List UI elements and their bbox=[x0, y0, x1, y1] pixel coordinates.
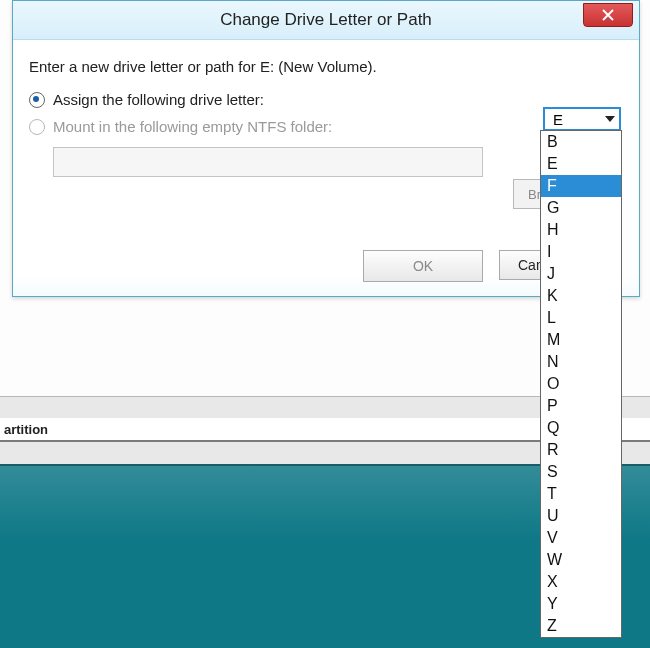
mount-option-label: Mount in the following empty NTFS folder… bbox=[53, 118, 332, 135]
drive-letter-dropdown[interactable]: BEFGHIJKLMNOPQRSTUVWXYZ bbox=[540, 130, 622, 638]
dropdown-item-O[interactable]: O bbox=[541, 373, 621, 395]
drive-letter-combo[interactable]: E bbox=[543, 107, 621, 131]
dialog-titlebar[interactable]: Change Drive Letter or Path bbox=[13, 1, 639, 40]
dropdown-item-G[interactable]: G bbox=[541, 197, 621, 219]
mount-option-row: Mount in the following empty NTFS folder… bbox=[29, 118, 623, 135]
dropdown-item-X[interactable]: X bbox=[541, 571, 621, 593]
dropdown-item-P[interactable]: P bbox=[541, 395, 621, 417]
dropdown-item-J[interactable]: J bbox=[541, 263, 621, 285]
partition-heading-text: artition bbox=[4, 422, 48, 437]
dropdown-item-L[interactable]: L bbox=[541, 307, 621, 329]
ok-button-label: OK bbox=[413, 258, 433, 274]
dropdown-item-U[interactable]: U bbox=[541, 505, 621, 527]
dropdown-item-Q[interactable]: Q bbox=[541, 417, 621, 439]
assign-radio[interactable] bbox=[29, 92, 45, 108]
dropdown-item-R[interactable]: R bbox=[541, 439, 621, 461]
dropdown-item-Z[interactable]: Z bbox=[541, 615, 621, 637]
dropdown-item-B[interactable]: B bbox=[541, 131, 621, 153]
dropdown-item-K[interactable]: K bbox=[541, 285, 621, 307]
dropdown-item-Y[interactable]: Y bbox=[541, 593, 621, 615]
mount-path-input bbox=[53, 147, 483, 177]
dialog-title: Change Drive Letter or Path bbox=[220, 10, 432, 30]
dropdown-item-V[interactable]: V bbox=[541, 527, 621, 549]
dropdown-item-N[interactable]: N bbox=[541, 351, 621, 373]
ok-button[interactable]: OK bbox=[363, 250, 483, 282]
dropdown-item-S[interactable]: S bbox=[541, 461, 621, 483]
dropdown-item-F[interactable]: F bbox=[541, 175, 621, 197]
mount-radio bbox=[29, 119, 45, 135]
dropdown-item-M[interactable]: M bbox=[541, 329, 621, 351]
dropdown-item-W[interactable]: W bbox=[541, 549, 621, 571]
dropdown-item-I[interactable]: I bbox=[541, 241, 621, 263]
assign-option-row[interactable]: Assign the following drive letter: bbox=[29, 91, 623, 108]
close-button[interactable] bbox=[583, 3, 633, 27]
dropdown-item-E[interactable]: E bbox=[541, 153, 621, 175]
dialog-instruction: Enter a new drive letter or path for E: … bbox=[29, 58, 623, 75]
close-icon bbox=[602, 9, 614, 21]
chevron-down-icon bbox=[605, 116, 615, 122]
assign-option-label: Assign the following drive letter: bbox=[53, 91, 264, 108]
dropdown-item-T[interactable]: T bbox=[541, 483, 621, 505]
drive-letter-combo-value: E bbox=[553, 111, 563, 128]
dropdown-item-H[interactable]: H bbox=[541, 219, 621, 241]
